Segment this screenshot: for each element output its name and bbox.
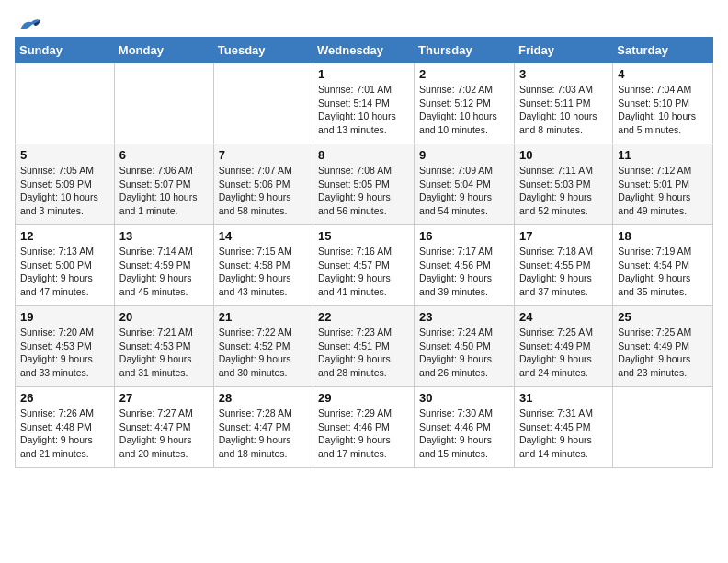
calendar-day-cell: 7Sunrise: 7:07 AM Sunset: 5:06 PM Daylig… xyxy=(213,144,313,225)
calendar-day-cell: 20Sunrise: 7:21 AM Sunset: 4:53 PM Dayli… xyxy=(114,306,213,387)
calendar-day-cell: 28Sunrise: 7:28 AM Sunset: 4:47 PM Dayli… xyxy=(213,387,313,468)
calendar-week-row: 19Sunrise: 7:20 AM Sunset: 4:53 PM Dayli… xyxy=(16,306,713,387)
day-number: 20 xyxy=(119,310,209,324)
calendar-day-cell: 17Sunrise: 7:18 AM Sunset: 4:55 PM Dayli… xyxy=(514,225,612,306)
calendar-day-cell xyxy=(213,63,313,144)
day-number: 13 xyxy=(119,229,209,243)
day-number: 10 xyxy=(519,148,608,162)
calendar-day-cell xyxy=(16,63,115,144)
day-number: 9 xyxy=(419,148,509,162)
day-info: Sunrise: 7:02 AM Sunset: 5:12 PM Dayligh… xyxy=(419,83,509,137)
day-info: Sunrise: 7:27 AM Sunset: 4:47 PM Dayligh… xyxy=(119,407,209,461)
calendar-day-cell: 9Sunrise: 7:09 AM Sunset: 5:04 PM Daylig… xyxy=(415,144,515,225)
day-info: Sunrise: 7:24 AM Sunset: 4:50 PM Dayligh… xyxy=(419,326,509,380)
logo-bird-icon xyxy=(17,15,42,35)
weekday-header-cell: Tuesday xyxy=(213,38,313,63)
weekday-header-cell: Friday xyxy=(514,38,612,63)
logo xyxy=(15,15,42,29)
day-info: Sunrise: 7:13 AM Sunset: 5:00 PM Dayligh… xyxy=(20,245,109,299)
day-info: Sunrise: 7:16 AM Sunset: 4:57 PM Dayligh… xyxy=(318,245,409,299)
day-number: 23 xyxy=(419,310,509,324)
day-info: Sunrise: 7:14 AM Sunset: 4:59 PM Dayligh… xyxy=(119,245,209,299)
day-info: Sunrise: 7:29 AM Sunset: 4:46 PM Dayligh… xyxy=(318,407,409,461)
day-number: 1 xyxy=(318,67,409,81)
day-number: 31 xyxy=(519,391,608,405)
calendar-day-cell: 22Sunrise: 7:23 AM Sunset: 4:51 PM Dayli… xyxy=(313,306,415,387)
day-info: Sunrise: 7:26 AM Sunset: 4:48 PM Dayligh… xyxy=(20,407,109,461)
calendar-day-cell: 29Sunrise: 7:29 AM Sunset: 4:46 PM Dayli… xyxy=(313,387,415,468)
calendar-day-cell: 23Sunrise: 7:24 AM Sunset: 4:50 PM Dayli… xyxy=(415,306,515,387)
calendar-day-cell: 2Sunrise: 7:02 AM Sunset: 5:12 PM Daylig… xyxy=(415,63,515,144)
day-info: Sunrise: 7:07 AM Sunset: 5:06 PM Dayligh… xyxy=(219,164,308,218)
day-number: 3 xyxy=(519,67,608,81)
day-info: Sunrise: 7:20 AM Sunset: 4:53 PM Dayligh… xyxy=(20,326,109,380)
weekday-header-cell: Sunday xyxy=(16,38,115,63)
weekday-header-row: SundayMondayTuesdayWednesdayThursdayFrid… xyxy=(16,38,713,63)
day-number: 7 xyxy=(219,148,308,162)
calendar-day-cell xyxy=(613,387,713,468)
day-number: 14 xyxy=(219,229,308,243)
day-info: Sunrise: 7:06 AM Sunset: 5:07 PM Dayligh… xyxy=(119,164,209,218)
calendar-day-cell: 4Sunrise: 7:04 AM Sunset: 5:10 PM Daylig… xyxy=(613,63,713,144)
calendar-week-row: 12Sunrise: 7:13 AM Sunset: 5:00 PM Dayli… xyxy=(16,225,713,306)
calendar-day-cell: 12Sunrise: 7:13 AM Sunset: 5:00 PM Dayli… xyxy=(16,225,115,306)
day-info: Sunrise: 7:21 AM Sunset: 4:53 PM Dayligh… xyxy=(119,326,209,380)
calendar-day-cell: 15Sunrise: 7:16 AM Sunset: 4:57 PM Dayli… xyxy=(313,225,415,306)
day-info: Sunrise: 7:28 AM Sunset: 4:47 PM Dayligh… xyxy=(219,407,308,461)
day-number: 4 xyxy=(618,67,708,81)
day-number: 18 xyxy=(618,229,708,243)
day-info: Sunrise: 7:09 AM Sunset: 5:04 PM Dayligh… xyxy=(419,164,509,218)
page-header xyxy=(15,15,713,29)
calendar-day-cell: 30Sunrise: 7:30 AM Sunset: 4:46 PM Dayli… xyxy=(415,387,515,468)
day-number: 2 xyxy=(419,67,509,81)
day-number: 12 xyxy=(20,229,109,243)
calendar-day-cell: 14Sunrise: 7:15 AM Sunset: 4:58 PM Dayli… xyxy=(213,225,313,306)
calendar-day-cell: 21Sunrise: 7:22 AM Sunset: 4:52 PM Dayli… xyxy=(213,306,313,387)
calendar-day-cell: 6Sunrise: 7:06 AM Sunset: 5:07 PM Daylig… xyxy=(114,144,213,225)
day-number: 11 xyxy=(618,148,708,162)
calendar-day-cell: 25Sunrise: 7:25 AM Sunset: 4:49 PM Dayli… xyxy=(613,306,713,387)
day-info: Sunrise: 7:11 AM Sunset: 5:03 PM Dayligh… xyxy=(519,164,608,218)
day-info: Sunrise: 7:31 AM Sunset: 4:45 PM Dayligh… xyxy=(519,407,608,461)
calendar-day-cell: 19Sunrise: 7:20 AM Sunset: 4:53 PM Dayli… xyxy=(16,306,115,387)
calendar-day-cell: 16Sunrise: 7:17 AM Sunset: 4:56 PM Dayli… xyxy=(415,225,515,306)
calendar-day-cell: 13Sunrise: 7:14 AM Sunset: 4:59 PM Dayli… xyxy=(114,225,213,306)
calendar-week-row: 26Sunrise: 7:26 AM Sunset: 4:48 PM Dayli… xyxy=(16,387,713,468)
calendar-day-cell: 3Sunrise: 7:03 AM Sunset: 5:11 PM Daylig… xyxy=(514,63,612,144)
day-number: 27 xyxy=(119,391,209,405)
calendar-day-cell xyxy=(114,63,213,144)
day-number: 30 xyxy=(419,391,509,405)
day-info: Sunrise: 7:01 AM Sunset: 5:14 PM Dayligh… xyxy=(318,83,409,137)
calendar-day-cell: 5Sunrise: 7:05 AM Sunset: 5:09 PM Daylig… xyxy=(16,144,115,225)
weekday-header-cell: Wednesday xyxy=(313,38,415,63)
calendar-day-cell: 27Sunrise: 7:27 AM Sunset: 4:47 PM Dayli… xyxy=(114,387,213,468)
day-info: Sunrise: 7:03 AM Sunset: 5:11 PM Dayligh… xyxy=(519,83,608,137)
day-info: Sunrise: 7:25 AM Sunset: 4:49 PM Dayligh… xyxy=(519,326,608,380)
day-number: 16 xyxy=(419,229,509,243)
calendar-day-cell: 31Sunrise: 7:31 AM Sunset: 4:45 PM Dayli… xyxy=(514,387,612,468)
day-info: Sunrise: 7:12 AM Sunset: 5:01 PM Dayligh… xyxy=(618,164,708,218)
day-number: 22 xyxy=(318,310,409,324)
day-info: Sunrise: 7:05 AM Sunset: 5:09 PM Dayligh… xyxy=(20,164,109,218)
day-number: 28 xyxy=(219,391,308,405)
calendar-week-row: 5Sunrise: 7:05 AM Sunset: 5:09 PM Daylig… xyxy=(16,144,713,225)
day-number: 8 xyxy=(318,148,409,162)
day-number: 19 xyxy=(20,310,109,324)
day-number: 29 xyxy=(318,391,409,405)
day-number: 25 xyxy=(618,310,708,324)
calendar-day-cell: 11Sunrise: 7:12 AM Sunset: 5:01 PM Dayli… xyxy=(613,144,713,225)
day-number: 26 xyxy=(20,391,109,405)
weekday-header-cell: Thursday xyxy=(415,38,515,63)
calendar-day-cell: 18Sunrise: 7:19 AM Sunset: 4:54 PM Dayli… xyxy=(613,225,713,306)
calendar-table: SundayMondayTuesdayWednesdayThursdayFrid… xyxy=(15,37,713,468)
day-info: Sunrise: 7:15 AM Sunset: 4:58 PM Dayligh… xyxy=(219,245,308,299)
calendar-week-row: 1Sunrise: 7:01 AM Sunset: 5:14 PM Daylig… xyxy=(16,63,713,144)
weekday-header-cell: Monday xyxy=(114,38,213,63)
calendar-day-cell: 1Sunrise: 7:01 AM Sunset: 5:14 PM Daylig… xyxy=(313,63,415,144)
calendar-day-cell: 10Sunrise: 7:11 AM Sunset: 5:03 PM Dayli… xyxy=(514,144,612,225)
day-info: Sunrise: 7:17 AM Sunset: 4:56 PM Dayligh… xyxy=(419,245,509,299)
day-number: 24 xyxy=(519,310,608,324)
day-number: 17 xyxy=(519,229,608,243)
day-number: 15 xyxy=(318,229,409,243)
day-info: Sunrise: 7:18 AM Sunset: 4:55 PM Dayligh… xyxy=(519,245,608,299)
